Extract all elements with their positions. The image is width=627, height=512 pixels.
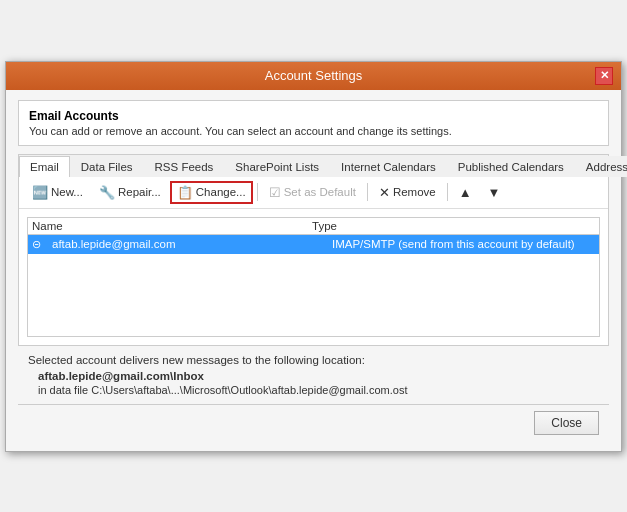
repair-icon: 🔧 (99, 185, 115, 200)
window-body: Email Accounts You can add or remove an … (6, 90, 621, 451)
column-header-type: Type (312, 220, 595, 232)
column-header-name: Name (32, 220, 312, 232)
accounts-table: Name Type ⊝ aftab.lepide@gmail.com IMAP/… (19, 209, 608, 345)
bottom-bar: Close (18, 404, 609, 441)
move-down-button[interactable]: ▼ (481, 181, 508, 204)
account-icon: ⊝ (32, 238, 48, 251)
tab-data-files[interactable]: Data Files (70, 156, 144, 177)
footer-path: in data file C:\Users\aftaba\...\Microso… (38, 384, 599, 396)
tab-rss-feeds[interactable]: RSS Feeds (144, 156, 225, 177)
toolbar: 🆕 New... 🔧 Repair... 📋 Change... ☑ Set a… (19, 177, 608, 209)
table-content: Name Type ⊝ aftab.lepide@gmail.com IMAP/… (27, 217, 600, 337)
account-type: IMAP/SMTP (send from this account by def… (332, 238, 595, 250)
tabs-container: Email Data Files RSS Feeds SharePoint Li… (18, 154, 609, 346)
set-default-icon: ☑ (269, 185, 281, 200)
repair-button[interactable]: 🔧 Repair... (92, 181, 168, 204)
table-header: Name Type (28, 218, 599, 235)
account-name: aftab.lepide@gmail.com (52, 238, 332, 250)
table-row[interactable]: ⊝ aftab.lepide@gmail.com IMAP/SMTP (send… (28, 235, 599, 254)
window-close-button[interactable]: ✕ (595, 67, 613, 85)
up-arrow-icon: ▲ (459, 185, 472, 200)
move-up-button[interactable]: ▲ (452, 181, 479, 204)
new-icon: 🆕 (32, 185, 48, 200)
toolbar-separator-2 (367, 183, 368, 201)
tab-published-calendars[interactable]: Published Calendars (447, 156, 575, 177)
info-title: Email Accounts (29, 109, 598, 123)
change-icon: 📋 (177, 185, 193, 200)
info-description: You can add or remove an account. You ca… (29, 125, 598, 137)
info-section: Email Accounts You can add or remove an … (18, 100, 609, 146)
remove-icon: ✕ (379, 185, 390, 200)
tabs-row: Email Data Files RSS Feeds SharePoint Li… (19, 155, 608, 177)
tab-sharepoint-lists[interactable]: SharePoint Lists (224, 156, 330, 177)
footer-inbox: aftab.lepide@gmail.com\Inbox (38, 370, 599, 382)
footer-section: Selected account delivers new messages t… (18, 346, 609, 404)
toolbar-separator (257, 183, 258, 201)
remove-button[interactable]: ✕ Remove (372, 181, 443, 204)
tab-address-books[interactable]: Address Books (575, 156, 627, 177)
account-settings-window: Account Settings ✕ Email Accounts You ca… (5, 61, 622, 452)
footer-message: Selected account delivers new messages t… (28, 354, 599, 366)
down-arrow-icon: ▼ (488, 185, 501, 200)
new-button[interactable]: 🆕 New... (25, 181, 90, 204)
change-button[interactable]: 📋 Change... (170, 181, 253, 204)
toolbar-separator-3 (447, 183, 448, 201)
window-title: Account Settings (32, 68, 595, 83)
tab-email[interactable]: Email (19, 156, 70, 177)
close-button[interactable]: Close (534, 411, 599, 435)
title-bar: Account Settings ✕ (6, 62, 621, 90)
tab-internet-calendars[interactable]: Internet Calendars (330, 156, 447, 177)
set-default-button: ☑ Set as Default (262, 181, 363, 204)
